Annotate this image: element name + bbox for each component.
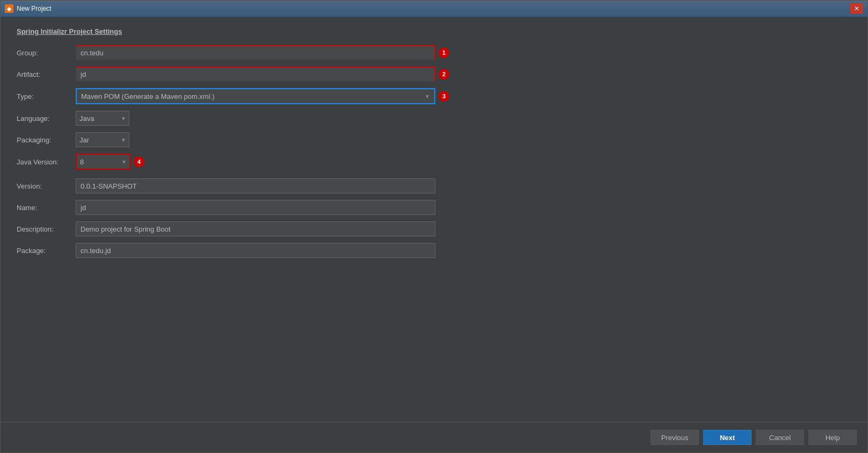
artifact-label: Artifact: [17, 70, 76, 78]
close-button[interactable]: ✕ [850, 3, 863, 14]
language-select-wrapper: Java Kotlin Groovy ▼ [76, 111, 129, 126]
java-version-select[interactable]: 8 11 17 21 [76, 154, 130, 169]
titlebar: ◆ New Project ✕ [1, 1, 867, 17]
description-label: Description: [17, 225, 76, 233]
form-area: Group: 1 Artifact: 2 Type: Maven POM (Ge… [17, 45, 851, 411]
description-input[interactable] [76, 221, 435, 236]
package-label: Package: [17, 247, 76, 255]
cancel-button[interactable]: Cancel [756, 430, 804, 445]
window-title: New Project [17, 5, 52, 12]
java-version-row: Java Version: 8 11 17 21 ▼ 4 [17, 154, 851, 170]
dialog-footer: Previous Next Cancel Help [1, 422, 867, 452]
badge-4: 4 [134, 156, 144, 167]
version-input[interactable] [76, 178, 435, 193]
previous-button[interactable]: Previous [651, 430, 699, 445]
titlebar-left: ◆ New Project [5, 4, 52, 13]
group-row: Group: 1 [17, 45, 851, 60]
name-label: Name: [17, 204, 76, 212]
packaging-label: Packaging: [17, 136, 76, 144]
type-label: Type: [17, 92, 76, 100]
language-row: Language: Java Kotlin Groovy ▼ [17, 111, 851, 126]
dialog-content: Spring Initializr Project Settings Group… [1, 17, 867, 422]
type-select-wrapper: Maven POM (Generate a Maven pom.xml.) Ma… [76, 88, 435, 104]
packaging-row: Packaging: Jar War ▼ [17, 132, 851, 147]
help-button[interactable]: Help [808, 430, 857, 445]
language-label: Language: [17, 114, 76, 123]
next-button[interactable]: Next [703, 430, 752, 445]
package-input[interactable] [76, 243, 435, 258]
description-row: Description: [17, 221, 851, 236]
app-icon: ◆ [5, 4, 13, 13]
package-row: Package: [17, 243, 851, 258]
version-label: Version: [17, 182, 76, 190]
packaging-select-wrapper: Jar War ▼ [76, 132, 129, 147]
badge-3: 3 [439, 91, 449, 102]
artifact-input[interactable] [76, 67, 435, 82]
name-row: Name: [17, 200, 851, 215]
type-select[interactable]: Maven POM (Generate a Maven pom.xml.) Ma… [77, 89, 434, 103]
name-input[interactable] [76, 200, 435, 215]
artifact-row: Artifact: 2 [17, 67, 851, 82]
java-version-label: Java Version: [17, 158, 76, 166]
type-row: Type: Maven POM (Generate a Maven pom.xm… [17, 88, 851, 104]
version-row: Version: [17, 178, 851, 193]
badge-2: 2 [439, 69, 449, 80]
badge-1: 1 [439, 47, 449, 58]
group-label: Group: [17, 49, 76, 57]
language-select[interactable]: Java Kotlin Groovy [76, 111, 129, 126]
section-title: Spring Initializr Project Settings [17, 27, 851, 35]
java-version-select-wrapper: 8 11 17 21 ▼ [76, 154, 130, 170]
dialog-window: ◆ New Project ✕ Spring Initializr Projec… [0, 0, 868, 453]
group-input[interactable] [76, 45, 435, 60]
packaging-select[interactable]: Jar War [76, 132, 129, 147]
